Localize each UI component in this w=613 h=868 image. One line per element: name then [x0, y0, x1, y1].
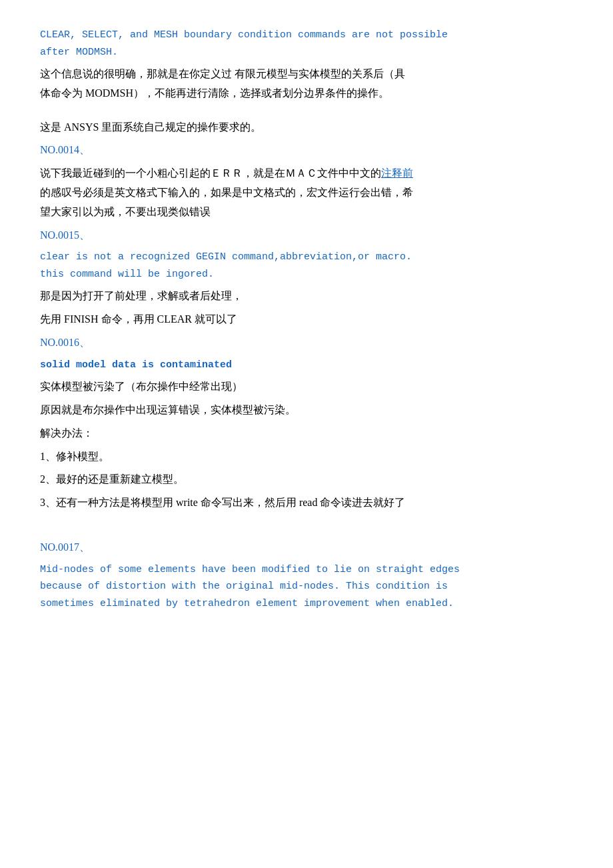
desc-section-9: 1、修补模型。 — [40, 447, 573, 467]
label-0014-block: NO.0014、 — [40, 141, 573, 160]
error-line-2: after MODMSH. — [40, 44, 573, 61]
label-no0017: NO.0017、 — [40, 541, 90, 553]
desc-text-9: 1、修补模型。 — [40, 447, 573, 467]
desc-section-11: 3、还有一种方法是将模型用 write 命令写出来，然后用 read 命令读进去… — [40, 493, 573, 513]
error-section-4: Mid-nodes of some elements have been mod… — [40, 561, 573, 613]
desc-section-8: 解决办法： — [40, 424, 573, 443]
error-4-line-2: because of distortion with the original … — [40, 578, 573, 595]
link-annotation[interactable]: 注释前 — [381, 167, 413, 179]
desc-section-1: 这个信息说的很明确，那就是在你定义过 有限元模型与实体模型的关系后（具 体命令为… — [40, 65, 573, 103]
desc-text-11: 3、还有一种方法是将模型用 write 命令写出来，然后用 read 命令读进去… — [40, 493, 573, 513]
error-section-1: CLEAR, SELECT, and MESH boundary conditi… — [40, 27, 573, 61]
desc-text-3b: 的感叹号必须是英文格式下输入的，如果是中文格式的，宏文件运行会出错，希 — [40, 183, 573, 203]
desc-text-1b: 体命令为 MODMSH），不能再进行清除，选择或者划分边界条件的操作。 — [40, 84, 573, 103]
desc-section-3: 说下我最近碰到的一个小粗心引起的ＥＲＲ，就是在ＭＡＣ文件中中文的注释前 的感叹号… — [40, 164, 573, 221]
error-line-1: CLEAR, SELECT, and MESH boundary conditi… — [40, 27, 573, 44]
error-4-line-1: Mid-nodes of some elements have been mod… — [40, 561, 573, 579]
desc-text-3c: 望大家引以为戒，不要出现类似错误 — [40, 203, 573, 222]
label-0016-block: NO.0016、 — [40, 333, 573, 353]
desc-text-7: 原因就是布尔操作中出现运算错误，实体模型被污染。 — [40, 401, 573, 420]
desc-text-4: 那是因为打开了前处理，求解或者后处理， — [40, 287, 573, 306]
spacer-1 — [40, 107, 573, 118]
desc-section-7: 原因就是布尔操作中出现运算错误，实体模型被污染。 — [40, 401, 573, 420]
error-section-3: solid model data is contaminated — [40, 357, 573, 374]
spacer-3 — [40, 527, 573, 538]
spacer-2 — [40, 517, 573, 527]
desc-text-6: 实体模型被污染了（布尔操作中经常出现） — [40, 377, 573, 397]
desc-section-6: 实体模型被污染了（布尔操作中经常出现） — [40, 377, 573, 397]
error-section-2: clear is not a recognized GEGIN command,… — [40, 249, 573, 283]
label-0015-block: NO.0015、 — [40, 226, 573, 245]
label-no0016: NO.0016、 — [40, 337, 90, 348]
desc-text-2: 这是 ANSYS 里面系统自己规定的操作要求的。 — [40, 118, 573, 137]
desc-section-2: 这是 ANSYS 里面系统自己规定的操作要求的。 — [40, 118, 573, 137]
desc-section-5: 先用 FINISH 命令，再用 CLEAR 就可以了 — [40, 310, 573, 329]
desc-text-10: 2、最好的还是重新建立模型。 — [40, 470, 573, 489]
page-content: CLEAR, SELECT, and MESH boundary conditi… — [40, 27, 573, 612]
error-2-line-1: clear is not a recognized GEGIN command,… — [40, 249, 573, 266]
desc-text-3: 说下我最近碰到的一个小粗心引起的ＥＲＲ，就是在ＭＡＣ文件中中文的注释前 — [40, 164, 573, 183]
label-no0014: NO.0014、 — [40, 144, 90, 155]
desc-text-8: 解决办法： — [40, 424, 573, 443]
label-no0015: NO.0015、 — [40, 229, 90, 241]
error-2-line-2: this command will be ingored. — [40, 266, 573, 283]
desc-before-link: 说下我最近碰到的一个小粗心引起的ＥＲＲ，就是在ＭＡＣ文件中中文的 — [40, 167, 381, 179]
desc-text-1a: 这个信息说的很明确，那就是在你定义过 有限元模型与实体模型的关系后（具 — [40, 65, 573, 84]
label-0017-block: NO.0017、 — [40, 538, 573, 557]
desc-section-10: 2、最好的还是重新建立模型。 — [40, 470, 573, 489]
desc-section-4: 那是因为打开了前处理，求解或者后处理， — [40, 287, 573, 306]
error-4-line-3: sometimes eliminated by tetrahedron elem… — [40, 595, 573, 613]
error-3-text: solid model data is contaminated — [40, 357, 573, 374]
desc-text-5: 先用 FINISH 命令，再用 CLEAR 就可以了 — [40, 310, 573, 329]
